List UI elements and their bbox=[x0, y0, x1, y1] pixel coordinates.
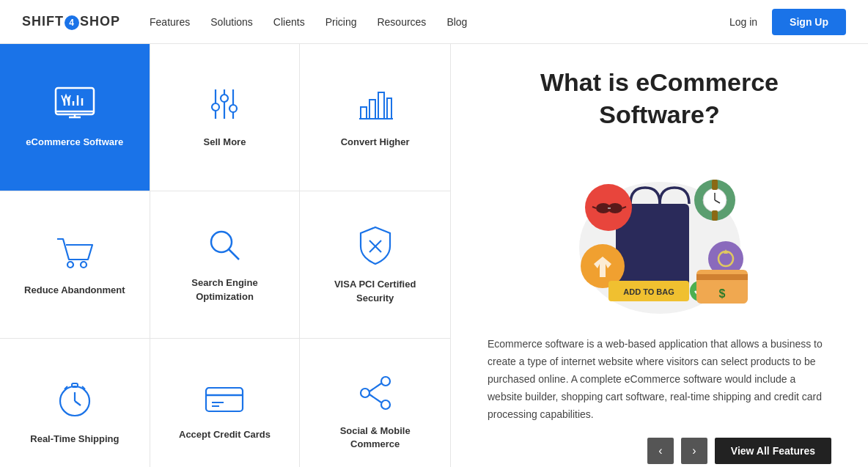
sliders-icon bbox=[205, 85, 243, 125]
tile-label-visa-pci: VISA PCI Certified Security bbox=[315, 278, 435, 304]
logo-four: 4 bbox=[65, 15, 79, 30]
signup-button[interactable]: Sign Up bbox=[772, 9, 846, 35]
svg-point-13 bbox=[212, 103, 219, 111]
svg-rect-29 bbox=[72, 383, 78, 387]
tile-label-sell-more: Sell More bbox=[204, 136, 246, 149]
svg-line-23 bbox=[229, 249, 239, 260]
nav-blog[interactable]: Blog bbox=[446, 16, 467, 28]
nav-clients[interactable]: Clients bbox=[273, 16, 305, 28]
svg-rect-32 bbox=[206, 388, 243, 411]
shopping-illustration: ADD TO BAG $ bbox=[542, 145, 777, 321]
tile-label-social-mobile: Social & Mobile Commerce bbox=[315, 424, 435, 451]
share-icon bbox=[356, 374, 394, 414]
tile-ecommerce-software[interactable]: eCommerce Software bbox=[0, 44, 150, 191]
tile-reduce-abandonment[interactable]: Reduce Abandonment bbox=[0, 191, 150, 339]
navbar: SHIFT4SHOP Features Solutions Clients Pr… bbox=[0, 0, 868, 44]
feature-tiles: eCommerce Software Sell More bbox=[0, 44, 451, 467]
search-icon bbox=[205, 226, 243, 266]
svg-rect-15 bbox=[361, 107, 367, 119]
svg-point-21 bbox=[81, 262, 87, 268]
svg-rect-0 bbox=[56, 88, 94, 114]
view-all-features-button[interactable]: View All Features bbox=[715, 438, 831, 464]
tile-label-real-time-shipping: Real-Time Shipping bbox=[30, 433, 119, 446]
next-button[interactable]: › bbox=[681, 438, 707, 464]
svg-line-28 bbox=[75, 401, 81, 405]
bar-chart-icon bbox=[356, 85, 394, 125]
nav-features[interactable]: Features bbox=[150, 16, 190, 28]
svg-rect-54 bbox=[712, 210, 718, 221]
tile-label-convert-higher: Convert Higher bbox=[341, 136, 410, 149]
svg-point-37 bbox=[381, 400, 390, 409]
prev-button[interactable]: ‹ bbox=[647, 438, 674, 464]
nav-resources[interactable]: Resources bbox=[377, 16, 426, 28]
svg-point-36 bbox=[381, 377, 390, 386]
svg-point-38 bbox=[361, 389, 369, 397]
credit-card-icon bbox=[203, 383, 246, 418]
cart-icon bbox=[54, 233, 95, 273]
info-panel: What is eCommerce Software? bbox=[451, 44, 868, 467]
svg-rect-17 bbox=[378, 92, 384, 119]
tile-real-time-shipping[interactable]: Real-Time Shipping bbox=[0, 339, 150, 467]
tile-label-accept-credit-cards: Accept Credit Cards bbox=[179, 428, 271, 441]
panel-title: What is eCommerce Software? bbox=[488, 66, 831, 130]
tile-social-mobile[interactable]: Social & Mobile Commerce bbox=[300, 339, 450, 467]
panel-body-text: Ecommerce software is a web-based applic… bbox=[488, 336, 831, 423]
tile-label-seo: Search Engine Optimization bbox=[165, 276, 285, 303]
tile-visa-pci[interactable]: VISA PCI Certified Security bbox=[300, 191, 450, 339]
svg-text:$: $ bbox=[718, 287, 725, 300]
tile-label-reduce-abandonment: Reduce Abandonment bbox=[24, 284, 125, 297]
monitor-chart-icon bbox=[53, 85, 97, 125]
svg-point-12 bbox=[221, 95, 228, 102]
logo-text: SHIFT4SHOP bbox=[22, 14, 120, 30]
clock-icon bbox=[56, 379, 94, 422]
tile-seo[interactable]: Search Engine Optimization bbox=[150, 191, 301, 339]
info-footer: ‹ › View All Features bbox=[488, 438, 831, 464]
svg-point-22 bbox=[211, 232, 232, 252]
svg-rect-64 bbox=[696, 274, 748, 280]
svg-point-20 bbox=[67, 262, 73, 268]
tile-label-ecommerce: eCommerce Software bbox=[26, 136, 123, 149]
nav-solutions[interactable]: Solutions bbox=[210, 16, 253, 28]
svg-line-40 bbox=[369, 394, 381, 402]
svg-line-39 bbox=[369, 383, 381, 391]
tile-accept-credit-cards[interactable]: Accept Credit Cards bbox=[150, 339, 301, 467]
main-container: eCommerce Software Sell More bbox=[0, 44, 868, 467]
nav-right: Log in Sign Up bbox=[729, 9, 846, 35]
svg-rect-16 bbox=[369, 100, 375, 119]
login-link[interactable]: Log in bbox=[729, 16, 757, 28]
tile-convert-higher[interactable]: Convert Higher bbox=[300, 44, 450, 191]
svg-rect-18 bbox=[387, 98, 391, 119]
logo: SHIFT4SHOP bbox=[22, 14, 120, 30]
svg-text:ADD TO BAG: ADD TO BAG bbox=[623, 287, 674, 296]
svg-rect-53 bbox=[712, 180, 718, 190]
nav-pricing[interactable]: Pricing bbox=[326, 16, 357, 28]
shield-x-icon bbox=[356, 224, 394, 268]
tile-sell-more[interactable]: Sell More bbox=[150, 44, 301, 191]
nav-links: Features Solutions Clients Pricing Resou… bbox=[150, 16, 729, 28]
svg-point-14 bbox=[229, 105, 237, 112]
